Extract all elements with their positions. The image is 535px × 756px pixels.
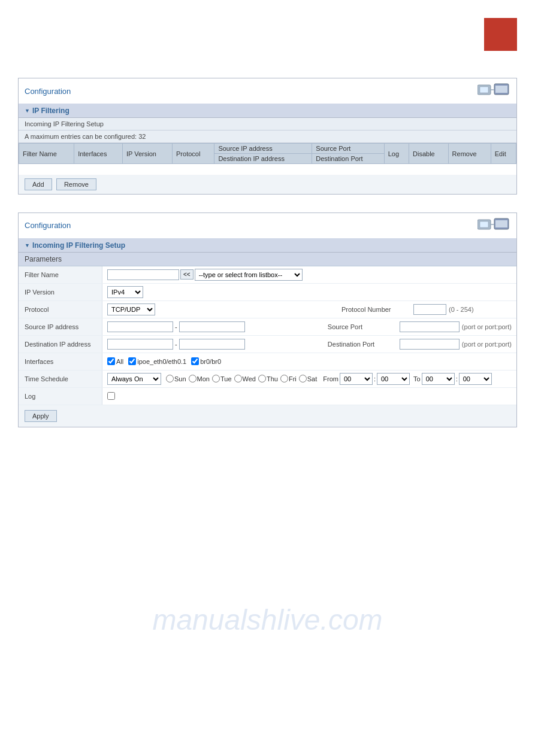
th-dest-port: Destination Port — [312, 154, 383, 163]
ip-version-select[interactable]: IPv4 IPv6 — [107, 286, 143, 298]
network-icon-2 — [477, 217, 510, 234]
tue-day: Tue — [212, 375, 232, 382]
sun-radio[interactable] — [166, 375, 174, 382]
source-ip-row: Source IP address - Source Port (port or… — [19, 318, 516, 336]
dest-port-hint: (port or port:port) — [462, 341, 512, 348]
days-group: Sun Mon Tue Wed — [166, 373, 492, 385]
svg-rect-8 — [495, 220, 507, 227]
to-label: To — [413, 375, 421, 382]
network-icon — [477, 83, 510, 99]
watermark: manualshlive.com — [152, 603, 382, 636]
source-port-hint: (port or port:port) — [462, 323, 512, 330]
time-schedule-value: Always On Sun Mon Tue — [102, 371, 516, 387]
th-log: Log — [384, 144, 409, 164]
source-ip-input1[interactable] — [107, 321, 173, 332]
svg-rect-1 — [480, 87, 488, 93]
fri-label: Fri — [289, 375, 297, 382]
th-source-ip: Source IP address — [214, 144, 312, 154]
mon-day: Mon — [189, 375, 210, 382]
interfaces-br-checkbox[interactable] — [191, 357, 199, 365]
interfaces-br-label: br0/br0 — [200, 358, 221, 365]
sun-label: Sun — [174, 375, 186, 382]
th-interfaces: Interfaces — [74, 144, 123, 164]
log-value — [102, 390, 516, 402]
interfaces-all-checkbox[interactable] — [107, 357, 115, 365]
interfaces-label: Interfaces — [19, 353, 102, 370]
apply-row: Apply — [19, 405, 516, 427]
ip-version-value: IPv4 IPv6 — [102, 284, 516, 300]
th-dest-ip: Destination IP address — [214, 154, 312, 163]
setup-panel: Configuration Incoming IP Filtering Setu… — [18, 212, 517, 427]
interfaces-row: Interfaces All ipoe_eth0/eth0.1 br0/br0 — [19, 353, 516, 371]
config-title-1: Configuration — [25, 87, 71, 96]
protocol-number-label: Protocol Number — [341, 306, 413, 313]
source-ip-value: - — [102, 319, 323, 335]
add-button[interactable]: Add — [25, 178, 52, 190]
mon-label: Mon — [197, 375, 210, 382]
params-bar: Parameters — [19, 253, 516, 266]
apply-button[interactable]: Apply — [25, 410, 57, 422]
mon-radio[interactable] — [189, 375, 197, 382]
thu-radio[interactable] — [258, 375, 266, 382]
filter-name-arrow[interactable]: << — [180, 269, 194, 280]
source-ip-label: Source IP address — [19, 318, 102, 335]
th-port: Source Port Destination Port — [312, 144, 384, 164]
ip-version-label: IP Version — [19, 284, 102, 300]
max-entries-label: A maximum entries can be configured: 32 — [19, 130, 516, 143]
wed-label: Wed — [243, 375, 256, 382]
incoming-setup-label: Incoming IP Filtering Setup — [19, 118, 516, 130]
table-btn-row: Add Remove — [19, 175, 516, 194]
time-schedule-row: Time Schedule Always On Sun Mon — [19, 371, 516, 388]
to-min-select[interactable]: 00 — [459, 373, 492, 385]
interfaces-value: All ipoe_eth0/eth0.1 br0/br0 — [102, 355, 516, 368]
config-panel-1: Configuration IP Filtering Incoming IP F… — [18, 78, 517, 195]
sat-radio[interactable] — [299, 375, 307, 382]
time-schedule-label: Time Schedule — [19, 371, 102, 387]
from-min-select[interactable]: 00 — [377, 373, 410, 385]
th-filter-name: Filter Name — [19, 144, 74, 164]
th-source-port: Source Port — [312, 144, 383, 154]
wed-radio[interactable] — [234, 375, 242, 382]
brand-square — [484, 18, 517, 51]
protocol-number-input[interactable] — [413, 304, 446, 315]
source-port-input[interactable] — [400, 321, 460, 332]
from-hour-select[interactable]: 00 — [340, 373, 373, 385]
config-icon-2 — [474, 217, 510, 235]
filter-name-row: Filter Name << --type or select from lis… — [19, 266, 516, 284]
filter-table: Filter Name Interfaces IP Version Protoc… — [19, 143, 516, 175]
dest-port-group: Destination Port (port or port:port) — [323, 336, 516, 352]
filter-name-value: << --type or select from listbox-- — [102, 266, 516, 283]
sat-label: Sat — [307, 375, 318, 382]
interfaces-all-label: All — [116, 358, 123, 365]
fri-radio[interactable] — [280, 375, 288, 382]
dest-port-input[interactable] — [400, 339, 460, 350]
dest-ip-label: Destination IP address — [19, 336, 102, 353]
ip-version-row: IP Version IPv4 IPv6 — [19, 284, 516, 301]
svg-rect-6 — [480, 221, 488, 227]
protocol-number-hint: (0 - 254) — [449, 306, 474, 313]
source-ip-input2[interactable] — [179, 321, 245, 332]
filter-name-select[interactable]: --type or select from listbox-- — [195, 269, 303, 281]
filter-name-input[interactable] — [107, 269, 179, 280]
log-row: Log — [19, 388, 516, 405]
sat-day: Sat — [299, 375, 318, 382]
log-checkbox[interactable] — [107, 392, 115, 400]
source-port-label: Source Port — [328, 323, 400, 330]
dest-ip-value: - — [102, 336, 323, 352]
time-schedule-select[interactable]: Always On — [107, 373, 161, 385]
config-header-1: Configuration — [19, 78, 516, 104]
dest-ip-input1[interactable] — [107, 339, 173, 350]
source-port-group: Source Port (port or port:port) — [323, 319, 516, 335]
th-ip-address: Source IP address Destination IP address — [214, 144, 312, 164]
to-hour-select[interactable]: 00 — [422, 373, 455, 385]
wed-day: Wed — [234, 375, 256, 382]
tue-radio[interactable] — [212, 375, 220, 382]
config-header-2: Configuration — [19, 213, 516, 239]
th-protocol: Protocol — [173, 144, 214, 164]
th-disable: Disable — [409, 144, 449, 164]
remove-button[interactable]: Remove — [56, 178, 96, 190]
interfaces-ipoe-checkbox[interactable] — [128, 357, 136, 365]
sun-day: Sun — [166, 375, 186, 382]
dest-ip-input2[interactable] — [179, 339, 245, 350]
protocol-select[interactable]: TCP/UDP TCP UDP — [107, 303, 155, 315]
